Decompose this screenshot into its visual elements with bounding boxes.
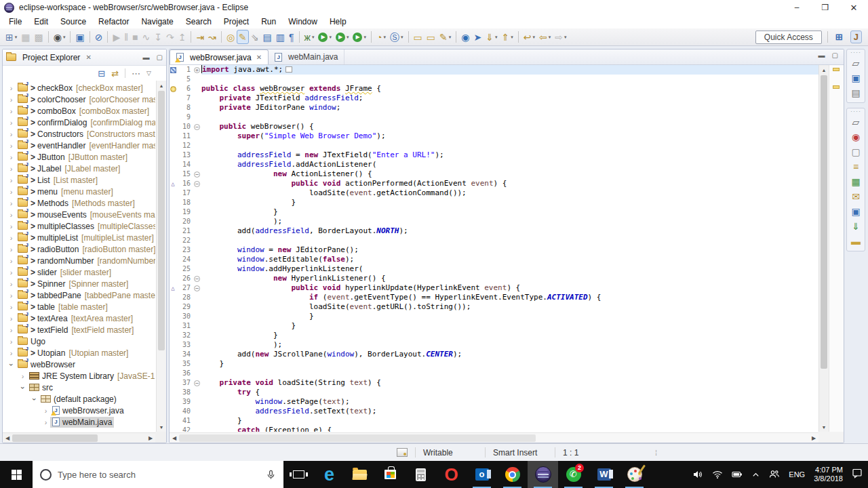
tree-item-webbrowser[interactable]: ›webBrowser xyxy=(3,359,155,370)
code-line-32[interactable]: 32 } xyxy=(170,331,818,340)
search-button[interactable]: ◎ xyxy=(224,30,237,44)
start-button[interactable] xyxy=(0,461,33,488)
close-tab-icon[interactable]: ✕ xyxy=(256,54,262,61)
filters-view-icon[interactable]: ≡ xyxy=(848,160,863,174)
menu-window[interactable]: Window xyxy=(282,16,323,28)
fold-collapse-icon[interactable]: − xyxy=(194,285,200,291)
scrollbar-thumb[interactable] xyxy=(179,434,536,442)
scroll-right-icon[interactable]: ▶ xyxy=(146,435,155,441)
scrollbar-thumb[interactable] xyxy=(12,434,98,442)
taskbar-outlook-button[interactable]: o xyxy=(467,461,497,488)
chevron-right-icon[interactable]: › xyxy=(7,222,16,230)
scrollbar-thumb[interactable] xyxy=(158,91,165,350)
chevron-right-icon[interactable]: › xyxy=(7,280,16,288)
import-view-icon[interactable]: ⇓ xyxy=(848,220,863,233)
scroll-right-icon[interactable]: ▶ xyxy=(809,435,818,441)
taskbar-whatsapp-button[interactable]: ✆2 xyxy=(558,461,589,488)
code-line-41[interactable]: 41 } xyxy=(170,416,818,426)
code-line-35[interactable]: 35 } xyxy=(170,359,818,369)
editor-tab-webmain-java[interactable]: webMain.java xyxy=(269,49,344,64)
project-explorer-tab[interactable]: Project Explorer ✕ xyxy=(6,53,92,62)
open-resource-folder-button[interactable]: ▭ xyxy=(425,30,437,44)
back-button[interactable]: ⇦▾ xyxy=(537,30,553,44)
code-line-1[interactable]: 1+import java.awt.*; xyxy=(170,65,818,75)
scroll-left-icon[interactable]: ◀ xyxy=(170,435,179,441)
editor-tab-webbrowser-java[interactable]: webBrowser.java✕ xyxy=(170,49,269,64)
external-tools-button[interactable]: ▶▾ xyxy=(351,30,368,44)
code-line-18[interactable]: 18 } xyxy=(170,198,818,207)
launch-client-button[interactable]: ➤ xyxy=(471,30,484,44)
quick-access-button[interactable]: Quick Access xyxy=(755,30,822,44)
open-task-button[interactable]: ▥ xyxy=(274,30,287,44)
chevron-right-icon[interactable]: › xyxy=(7,119,16,127)
console-view-icon[interactable]: ▣ xyxy=(848,205,863,218)
code-line-17[interactable]: 17 loadSite(event.getActionCommand()); xyxy=(170,188,818,198)
open-task-folder-button[interactable]: ▭ xyxy=(412,30,425,44)
mail-view-icon[interactable]: ✉ xyxy=(848,190,863,203)
menu-refactor[interactable]: Refactor xyxy=(92,16,135,28)
code-line-20[interactable]: 20 ); xyxy=(170,217,818,226)
disconnect-button[interactable]: ∿ xyxy=(140,30,152,44)
chevron-right-icon[interactable]: › xyxy=(7,188,16,196)
menu-file[interactable]: File xyxy=(3,16,28,28)
code-line-8[interactable]: 8 private JEditorPane window; xyxy=(170,103,818,113)
eclipse-logo-icon[interactable] xyxy=(4,3,14,13)
fold-collapse-icon[interactable]: − xyxy=(194,124,200,130)
save-all-button[interactable]: ▩ xyxy=(32,30,45,44)
open-perspective-button[interactable]: ⊞ xyxy=(832,30,846,43)
collapse-all-icon[interactable]: ⊟ xyxy=(98,68,105,79)
tasks-view-icon[interactable]: ▢ xyxy=(848,145,863,159)
taskbar-search[interactable]: Type here to search xyxy=(33,461,283,488)
show-whitespace-button[interactable]: ¶ xyxy=(287,30,296,44)
warning-marker[interactable] xyxy=(833,85,840,89)
minimize-button[interactable]: – xyxy=(783,0,811,15)
scroll-down-icon[interactable]: ▼ xyxy=(157,422,166,432)
code-line-40[interactable]: 40 addressField.setText(text); xyxy=(170,407,818,416)
code-line-7[interactable]: 7 private JTextField addressField; xyxy=(170,94,818,103)
chevron-right-icon[interactable]: › xyxy=(7,107,16,115)
pull-button[interactable]: ⇓▾ xyxy=(484,30,499,44)
code-line-36[interactable]: 36 xyxy=(170,369,818,378)
scroll-left-icon[interactable]: ◀ xyxy=(3,435,12,441)
taskbar-clock[interactable]: 4:07 PM 3/8/2018 xyxy=(814,466,843,483)
chevron-right-icon[interactable]: › xyxy=(7,268,16,277)
back-history-button[interactable]: ↩▾ xyxy=(521,30,537,44)
scroll-down-icon[interactable]: ▼ xyxy=(819,422,829,432)
fold-collapse-icon[interactable]: − xyxy=(194,171,200,178)
code-line-29[interactable]: 29 loadSite(event.getURL().toString()); xyxy=(170,302,818,312)
code-line-13[interactable]: 13 addressField = new JTextField("Enter … xyxy=(170,150,818,160)
code-line-6[interactable]: 6public class webBrowser extends JFrame … xyxy=(170,84,818,94)
minimize-editor-icon[interactable]: ▬ xyxy=(818,52,825,59)
tree-item-webmain-java[interactable]: ›webMain.java xyxy=(3,416,155,428)
menu-help[interactable]: Help xyxy=(323,16,353,28)
fold-collapse-icon[interactable]: − xyxy=(194,276,200,282)
scrollbar-thumb[interactable] xyxy=(821,75,827,369)
fold-collapse-icon[interactable]: − xyxy=(194,380,200,386)
step-filters-button[interactable]: ↝ xyxy=(206,30,218,44)
maximize-editor-icon[interactable]: ▢ xyxy=(832,52,838,59)
forward-button[interactable]: ⇨▾ xyxy=(553,30,568,44)
view-close-icon[interactable]: ✕ xyxy=(85,54,91,61)
code-line-23[interactable]: 23 window = new JEditorPane(); xyxy=(170,245,818,255)
restore-pane-icon[interactable]: ▱ xyxy=(848,56,863,70)
taskbar-paint-button[interactable] xyxy=(619,461,650,488)
user-account-button[interactable]: ◉▾ xyxy=(52,30,68,44)
taskbar-calculator-button[interactable] xyxy=(406,461,436,488)
open-console-button[interactable]: ▣ xyxy=(73,30,86,44)
step-return-button[interactable]: ↥ xyxy=(176,30,189,44)
microphone-icon[interactable] xyxy=(266,470,276,480)
new-wizard-button[interactable]: ⊞▾ xyxy=(3,30,19,44)
view-filters-icon[interactable]: ⋯ xyxy=(132,68,140,79)
explorer-vertical-scrollbar[interactable]: ▲ ▼ xyxy=(156,81,166,432)
code-line-25[interactable]: 25 window.addHyperlinkListener( xyxy=(170,264,818,274)
chevron-right-icon[interactable]: › xyxy=(7,303,16,311)
outline-view-icon[interactable]: ▣ xyxy=(848,71,863,85)
code-line-31[interactable]: 31 } xyxy=(170,321,818,331)
code-line-33[interactable]: 33 ); xyxy=(170,340,818,350)
last-edit-location-button[interactable]: ⇘ xyxy=(249,30,261,44)
taskbar-opera-button[interactable]: O xyxy=(436,461,467,488)
restore-pane-2-icon[interactable]: ▱ xyxy=(848,115,863,129)
chevron-right-icon[interactable]: › xyxy=(7,234,16,242)
taskbar-chrome-button[interactable] xyxy=(497,461,528,488)
chevron-right-icon[interactable]: › xyxy=(7,211,16,219)
